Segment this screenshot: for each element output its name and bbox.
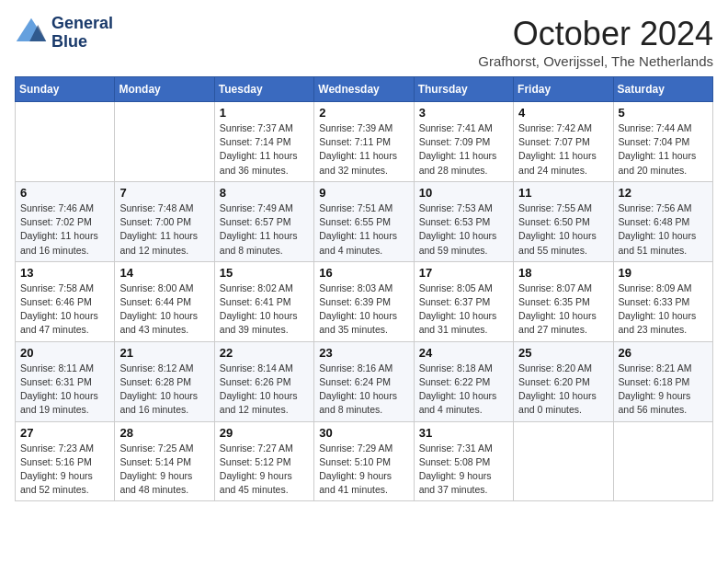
day-number: 27 xyxy=(20,426,109,440)
day-cell: 9Sunrise: 7:51 AMSunset: 6:55 PMDaylight… xyxy=(314,181,414,261)
header-row: SundayMondayTuesdayWednesdayThursdayFrid… xyxy=(16,77,713,102)
day-number: 10 xyxy=(419,186,508,200)
page-header: General Blue October 2024 Grafhorst, Ove… xyxy=(15,15,713,69)
day-cell: 4Sunrise: 7:42 AMSunset: 7:07 PMDaylight… xyxy=(514,102,613,182)
day-cell: 22Sunrise: 8:14 AMSunset: 6:26 PMDayligh… xyxy=(214,341,313,421)
title-block: October 2024 Grafhorst, Overijssel, The … xyxy=(478,15,713,69)
day-number: 3 xyxy=(419,106,508,120)
day-info: Sunrise: 7:44 AMSunset: 7:04 PMDaylight:… xyxy=(619,121,708,178)
day-info: Sunrise: 7:49 AMSunset: 6:57 PMDaylight:… xyxy=(220,201,309,258)
week-row-4: 20Sunrise: 8:11 AMSunset: 6:31 PMDayligh… xyxy=(16,341,713,421)
day-number: 20 xyxy=(20,346,109,360)
day-info: Sunrise: 7:56 AMSunset: 6:48 PMDaylight:… xyxy=(619,201,708,258)
header-cell-sunday: Sunday xyxy=(16,77,115,102)
header-cell-saturday: Saturday xyxy=(613,77,712,102)
logo-icon xyxy=(15,17,48,50)
day-cell: 1Sunrise: 7:37 AMSunset: 7:14 PMDaylight… xyxy=(214,102,313,182)
day-cell: 15Sunrise: 8:02 AMSunset: 6:41 PMDayligh… xyxy=(214,261,313,341)
day-info: Sunrise: 7:31 AMSunset: 5:08 PMDaylight:… xyxy=(419,442,508,498)
day-cell: 17Sunrise: 8:05 AMSunset: 6:37 PMDayligh… xyxy=(414,261,513,341)
header-cell-friday: Friday xyxy=(514,77,613,102)
day-info: Sunrise: 7:41 AMSunset: 7:09 PMDaylight:… xyxy=(419,121,508,178)
day-info: Sunrise: 7:42 AMSunset: 7:07 PMDaylight:… xyxy=(518,121,608,178)
day-number: 31 xyxy=(419,426,508,440)
day-cell: 11Sunrise: 7:55 AMSunset: 6:50 PMDayligh… xyxy=(514,181,613,261)
day-number: 25 xyxy=(518,346,608,360)
day-info: Sunrise: 7:48 AMSunset: 7:00 PMDaylight:… xyxy=(119,201,209,258)
header-cell-tuesday: Tuesday xyxy=(214,77,313,102)
day-cell: 26Sunrise: 8:21 AMSunset: 6:18 PMDayligh… xyxy=(613,341,712,421)
day-cell: 10Sunrise: 7:53 AMSunset: 6:53 PMDayligh… xyxy=(414,181,513,261)
day-cell: 29Sunrise: 7:27 AMSunset: 5:12 PMDayligh… xyxy=(214,421,313,501)
day-number: 18 xyxy=(518,266,608,280)
day-number: 9 xyxy=(319,186,408,200)
day-number: 23 xyxy=(319,346,408,360)
day-number: 6 xyxy=(20,186,109,200)
day-number: 22 xyxy=(220,346,309,360)
day-cell: 5Sunrise: 7:44 AMSunset: 7:04 PMDaylight… xyxy=(613,102,712,182)
day-cell xyxy=(613,421,712,501)
day-cell: 16Sunrise: 8:03 AMSunset: 6:39 PMDayligh… xyxy=(314,261,414,341)
day-cell: 2Sunrise: 7:39 AMSunset: 7:11 PMDaylight… xyxy=(314,102,414,182)
logo-text: General Blue xyxy=(51,15,113,52)
day-info: Sunrise: 7:51 AMSunset: 6:55 PMDaylight:… xyxy=(319,201,408,258)
day-cell xyxy=(115,102,214,182)
calendar-table: SundayMondayTuesdayWednesdayThursdayFrid… xyxy=(15,76,713,501)
logo-line1: General xyxy=(51,15,113,33)
day-info: Sunrise: 8:07 AMSunset: 6:35 PMDaylight:… xyxy=(518,282,608,338)
day-number: 2 xyxy=(319,106,408,120)
day-info: Sunrise: 8:03 AMSunset: 6:39 PMDaylight:… xyxy=(319,282,408,338)
week-row-2: 6Sunrise: 7:46 AMSunset: 7:02 PMDaylight… xyxy=(16,181,713,261)
day-info: Sunrise: 7:23 AMSunset: 5:16 PMDaylight:… xyxy=(20,442,109,498)
logo-line2: Blue xyxy=(51,33,113,52)
day-number: 8 xyxy=(220,186,309,200)
day-number: 30 xyxy=(319,426,408,440)
day-info: Sunrise: 8:11 AMSunset: 6:31 PMDaylight:… xyxy=(20,362,109,418)
day-cell: 21Sunrise: 8:12 AMSunset: 6:28 PMDayligh… xyxy=(115,341,214,421)
day-number: 11 xyxy=(518,186,608,200)
day-cell: 14Sunrise: 8:00 AMSunset: 6:44 PMDayligh… xyxy=(115,261,214,341)
day-number: 17 xyxy=(419,266,508,280)
day-number: 21 xyxy=(119,346,209,360)
day-number: 15 xyxy=(220,266,309,280)
day-number: 13 xyxy=(20,266,109,280)
calendar-header: SundayMondayTuesdayWednesdayThursdayFrid… xyxy=(16,77,713,102)
day-cell: 8Sunrise: 7:49 AMSunset: 6:57 PMDaylight… xyxy=(214,181,313,261)
day-cell: 13Sunrise: 7:58 AMSunset: 6:46 PMDayligh… xyxy=(16,261,115,341)
location: Grafhorst, Overijssel, The Netherlands xyxy=(478,53,713,69)
day-cell: 23Sunrise: 8:16 AMSunset: 6:24 PMDayligh… xyxy=(314,341,414,421)
day-cell: 19Sunrise: 8:09 AMSunset: 6:33 PMDayligh… xyxy=(613,261,712,341)
day-number: 7 xyxy=(119,186,209,200)
header-cell-thursday: Thursday xyxy=(414,77,513,102)
day-info: Sunrise: 8:12 AMSunset: 6:28 PMDaylight:… xyxy=(119,362,209,418)
day-cell: 31Sunrise: 7:31 AMSunset: 5:08 PMDayligh… xyxy=(414,421,513,501)
day-number: 12 xyxy=(619,186,708,200)
calendar-body: 1Sunrise: 7:37 AMSunset: 7:14 PMDaylight… xyxy=(16,102,713,501)
day-info: Sunrise: 7:39 AMSunset: 7:11 PMDaylight:… xyxy=(319,121,408,178)
day-cell: 12Sunrise: 7:56 AMSunset: 6:48 PMDayligh… xyxy=(613,181,712,261)
day-info: Sunrise: 8:09 AMSunset: 6:33 PMDaylight:… xyxy=(619,282,708,338)
day-info: Sunrise: 7:25 AMSunset: 5:14 PMDaylight:… xyxy=(119,442,209,498)
day-cell: 30Sunrise: 7:29 AMSunset: 5:10 PMDayligh… xyxy=(314,421,414,501)
day-number: 16 xyxy=(319,266,408,280)
day-cell: 24Sunrise: 8:18 AMSunset: 6:22 PMDayligh… xyxy=(414,341,513,421)
day-cell: 3Sunrise: 7:41 AMSunset: 7:09 PMDaylight… xyxy=(414,102,513,182)
day-info: Sunrise: 8:05 AMSunset: 6:37 PMDaylight:… xyxy=(419,282,508,338)
day-info: Sunrise: 7:27 AMSunset: 5:12 PMDaylight:… xyxy=(220,442,309,498)
week-row-1: 1Sunrise: 7:37 AMSunset: 7:14 PMDaylight… xyxy=(16,102,713,182)
week-row-3: 13Sunrise: 7:58 AMSunset: 6:46 PMDayligh… xyxy=(16,261,713,341)
day-info: Sunrise: 8:21 AMSunset: 6:18 PMDaylight:… xyxy=(619,362,708,418)
day-number: 14 xyxy=(119,266,209,280)
day-number: 24 xyxy=(419,346,508,360)
day-info: Sunrise: 7:37 AMSunset: 7:14 PMDaylight:… xyxy=(220,121,309,178)
day-number: 19 xyxy=(619,266,708,280)
day-number: 29 xyxy=(220,426,309,440)
day-info: Sunrise: 7:58 AMSunset: 6:46 PMDaylight:… xyxy=(20,282,109,338)
day-info: Sunrise: 8:00 AMSunset: 6:44 PMDaylight:… xyxy=(119,282,209,338)
day-info: Sunrise: 8:14 AMSunset: 6:26 PMDaylight:… xyxy=(220,362,309,418)
day-number: 5 xyxy=(619,106,708,120)
day-info: Sunrise: 8:02 AMSunset: 6:41 PMDaylight:… xyxy=(220,282,309,338)
day-cell: 28Sunrise: 7:25 AMSunset: 5:14 PMDayligh… xyxy=(115,421,214,501)
day-cell xyxy=(16,102,115,182)
day-info: Sunrise: 7:46 AMSunset: 7:02 PMDaylight:… xyxy=(20,201,109,258)
